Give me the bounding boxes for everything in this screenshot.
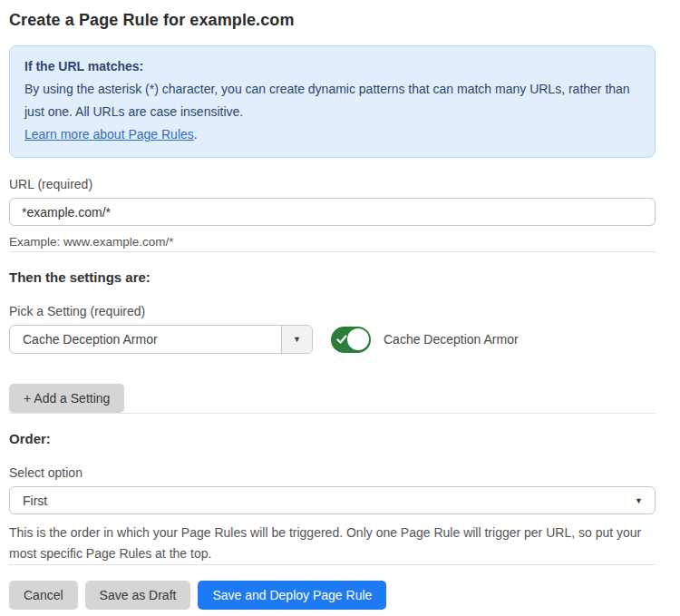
order-select[interactable]: First ▼: [9, 486, 656, 514]
divider: [9, 564, 656, 565]
footer-actions: Cancel Save as Draft Save and Deploy Pag…: [9, 581, 656, 610]
url-label: URL (required): [9, 177, 656, 191]
order-help-text: This is the order in which your Page Rul…: [9, 523, 656, 564]
check-icon: [336, 334, 347, 345]
url-input[interactable]: [9, 198, 656, 226]
page-title: Create a Page Rule for example.com: [9, 11, 656, 30]
add-setting-button[interactable]: + Add a Setting: [9, 384, 124, 413]
setting-enabled-toggle[interactable]: [331, 327, 371, 353]
save-and-deploy-button[interactable]: Save and Deploy Page Rule: [198, 581, 386, 610]
setting-select-value: Cache Deception Armor: [10, 332, 158, 347]
link-period: .: [194, 127, 198, 142]
pick-setting-label: Pick a Setting (required): [9, 304, 656, 318]
toggle-knob: [347, 328, 369, 350]
url-example-help: Example: www.example.com/*: [9, 232, 656, 251]
settings-section-heading: Then the settings are:: [9, 269, 656, 285]
setting-select-arrow-button[interactable]: ▼: [281, 326, 312, 353]
save-as-draft-button[interactable]: Save as Draft: [85, 581, 191, 610]
order-select-label: Select option: [9, 465, 656, 480]
order-section-heading: Order:: [9, 431, 656, 446]
divider: [9, 251, 656, 252]
info-box-heading: If the URL matches:: [24, 55, 640, 78]
setting-select[interactable]: Cache Deception Armor ▼: [9, 325, 313, 354]
toggle-setting-label: Cache Deception Armor: [384, 332, 519, 347]
info-box-body: By using the asterisk (*) character, you…: [24, 78, 640, 123]
info-box-link-line: Learn more about Page Rules.: [24, 123, 640, 146]
chevron-down-icon: ▼: [293, 335, 301, 344]
setting-row: Cache Deception Armor ▼ Cache Deception …: [9, 325, 656, 354]
chevron-down-icon: ▼: [635, 496, 643, 505]
create-page-rule-form: Create a Page Rule for example.com If th…: [0, 0, 680, 610]
order-select-value: First: [10, 494, 47, 508]
divider: [9, 413, 656, 414]
url-match-info-box: If the URL matches: By using the asteris…: [9, 45, 656, 158]
cancel-button[interactable]: Cancel: [9, 581, 78, 610]
learn-more-link[interactable]: Learn more about Page Rules: [24, 127, 194, 142]
